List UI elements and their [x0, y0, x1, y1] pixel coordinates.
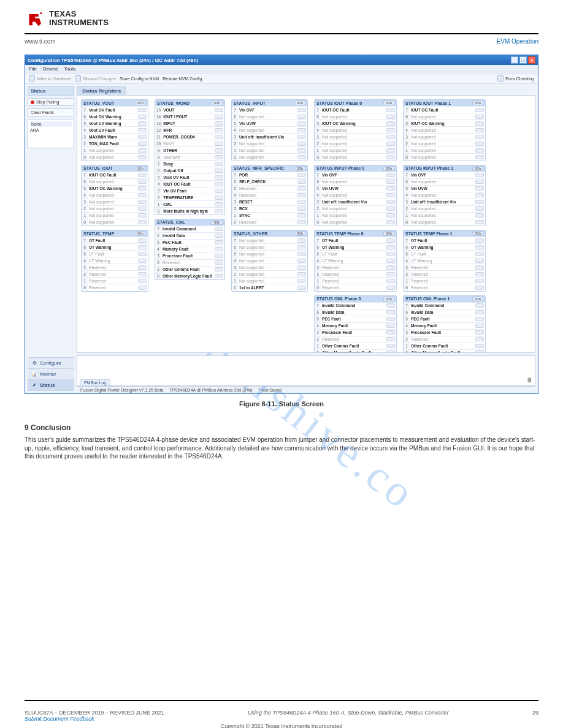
bit-chip	[215, 254, 223, 258]
bit-row: 6SELF_CHECK	[232, 178, 307, 185]
bit-chip	[475, 186, 484, 191]
bit-chip	[138, 213, 147, 218]
bit-chip	[297, 155, 306, 159]
status-box: STATUS_OTHER00h7Not supported6Not suppor…	[231, 230, 308, 292]
tab-status-registers[interactable]: Status Registers	[77, 86, 126, 95]
discard-button[interactable]: Discard Changes	[75, 75, 116, 82]
bit-chip	[138, 272, 147, 276]
bit-chip	[215, 155, 223, 159]
window-title: Configuration TPS546D24A @ PMBus Addr 36…	[28, 58, 198, 63]
trash-icon[interactable]: 🗑	[527, 377, 532, 383]
bit-row: 01st to ALERT	[232, 284, 307, 291]
bit-chip	[475, 344, 484, 348]
error-checking-button[interactable]: Error Checking	[497, 75, 534, 82]
bit-chip	[138, 207, 147, 211]
bit-row: 0Reserved	[232, 219, 307, 226]
bit-row: 7OT Fault	[404, 237, 485, 244]
menu-device[interactable]: Device	[43, 66, 58, 72]
bit-row: 1Not supported	[82, 212, 148, 219]
bit-chip	[386, 142, 395, 146]
bit-chip	[138, 286, 147, 290]
log-tab[interactable]: PMBus Log	[80, 379, 110, 385]
status-box: STATUS CML Phase 100h7Invalid Command6In…	[403, 295, 486, 354]
bit-row: 0Reserved	[315, 284, 396, 291]
bit-chip	[297, 259, 306, 263]
bit-chip	[475, 279, 484, 283]
status-hex: 00h	[472, 100, 483, 105]
feedback-link[interactable]: Submit Document Feedback	[25, 716, 164, 722]
write-button[interactable]: Write to Hardware	[29, 75, 71, 82]
bit-row: 3Reserved	[82, 264, 148, 271]
bit-chip	[215, 115, 223, 119]
bit-chip	[215, 195, 223, 200]
bit-row: 7OT Fault	[315, 237, 396, 244]
stop-polling-button[interactable]: Stop Polling	[28, 98, 74, 106]
status-box-title: STATUS_MFR_SPECIFIC	[234, 166, 284, 170]
bit-chip	[386, 310, 395, 314]
status-label: Status	[28, 86, 74, 96]
restore-button[interactable]: Restore NVM Config	[163, 77, 202, 81]
bit-row: 1Not supported	[404, 212, 485, 219]
status-box: STATUS_INPUT00h7Vin OVF6Not supported5Vi…	[231, 99, 308, 161]
bit-row: 2Reserved	[82, 271, 148, 278]
bit-row: 0Reserved	[82, 284, 148, 291]
bit-chip	[475, 180, 484, 184]
bit-row: 1SYNC	[232, 212, 307, 219]
menu-file[interactable]: File	[29, 66, 37, 72]
minimize-icon[interactable]: _	[511, 56, 518, 64]
bit-chip	[297, 279, 306, 283]
status-box: STATUS IOUT Phase 000h7IOUT OC Fault6Not…	[314, 99, 397, 161]
bit-chip	[475, 207, 484, 211]
bit-chip	[386, 135, 395, 139]
status-box: STATUS_VOUT00h7Vout OV Fault6Vout OV War…	[81, 99, 148, 161]
copyright: Copyright © 2021 Texas Instruments Incor…	[25, 723, 538, 729]
bit-chip	[475, 108, 484, 112]
error-icon	[497, 75, 504, 82]
status-box: STATUS CML Phase 000h7Invalid Command6In…	[314, 295, 397, 354]
bit-row: 1Not supported	[82, 147, 148, 154]
bit-row: 1Reserved	[315, 278, 396, 284]
bit-chip	[215, 260, 223, 265]
bit-chip	[215, 202, 223, 207]
bit-chip	[297, 148, 306, 153]
status-box-title: STATUS_WORD	[157, 101, 190, 105]
bit-chip	[297, 200, 306, 204]
accordion-configure[interactable]: ⚙Configure	[28, 358, 74, 369]
bit-row: 5PEC Fault	[315, 316, 396, 322]
close-icon[interactable]: ×	[528, 56, 535, 64]
bit-row: 9OTHER	[155, 147, 224, 154]
accordion-monitor[interactable]: 📊Monitor	[28, 369, 74, 380]
status-box: STATUS_IOUT00h7IOUT OC Fault6Not support…	[81, 165, 148, 227]
clear-faults-button[interactable]: Clear Faults	[28, 108, 74, 116]
bit-chip	[138, 265, 147, 270]
bit-row: 3Processor Fault	[404, 329, 485, 336]
store-button[interactable]: Store Config to NVM	[120, 77, 159, 81]
bit-row: 0Not supported	[82, 154, 148, 161]
bit-row: 2Not supported	[82, 205, 148, 212]
bit-row: 11POWER_GOOD#	[155, 134, 224, 140]
bit-chip	[297, 272, 306, 276]
workspace[interactable]: STATUS_VOUT00h7Vout OV Fault6Vout OV War…	[77, 96, 535, 353]
bit-row: 8Unknown	[155, 154, 224, 161]
bit-row: 6Invalid Data	[404, 309, 485, 316]
menu-tools[interactable]: Tools	[64, 66, 75, 72]
bit-chip	[297, 265, 306, 270]
footer-title: Using the TPS546D24A 4-Phase 160-A, Step…	[164, 710, 532, 722]
status-box: STATUS INPUT Phase 000h7Vin OVF6Not supp…	[314, 165, 397, 227]
bit-chip	[475, 272, 484, 276]
status-hex: 00h	[294, 100, 305, 105]
bit-chip	[475, 324, 484, 328]
accordion-status[interactable]: ✔Status	[28, 380, 74, 391]
bit-chip	[215, 135, 223, 139]
status-hex: 00h	[472, 166, 483, 171]
maximize-icon[interactable]: □	[519, 56, 527, 64]
subheader-link[interactable]: www.ti.com	[25, 38, 497, 45]
titlebar: Configuration TPS546D24A @ PMBus Addr 36…	[25, 55, 538, 65]
bit-chip	[215, 121, 223, 126]
status-box-title: STATUS TEMP Phase 0	[316, 232, 364, 236]
bit-row: 2Not supported	[232, 140, 307, 147]
status-hex: 00h	[294, 231, 305, 236]
status-box-title: STATUS IOUT Phase 0	[316, 101, 362, 105]
bit-chip	[386, 317, 395, 321]
bit-chip	[386, 193, 395, 197]
